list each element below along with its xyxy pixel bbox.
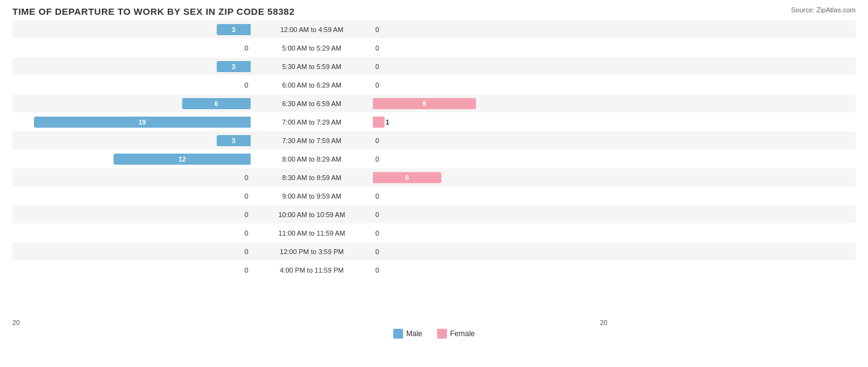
axis-left-label: 20	[12, 319, 249, 326]
female-bar-container: 0	[370, 150, 611, 168]
legend-male-label: Male	[406, 329, 422, 338]
chart-row: 128:00 AM to 8:29 AM0	[12, 150, 856, 168]
female-bar-container: 9	[370, 94, 611, 112]
male-bar: 3	[217, 24, 251, 35]
chart-row: 010:00 AM to 10:59 AM0	[12, 205, 856, 223]
male-bar-container: 12	[12, 150, 253, 168]
female-bar-container: 0	[370, 187, 611, 205]
female-zero-label: 0	[375, 81, 379, 89]
male-bar-container: 3	[12, 57, 253, 75]
female-bar-container: 0	[370, 261, 611, 279]
axis-row: 20 20	[12, 319, 856, 326]
female-zero-label: 0	[375, 137, 379, 144]
male-bar-container: 3	[12, 131, 253, 149]
chart-area: 312:00 AM to 4:59 AM005:00 AM to 5:29 AM…	[12, 20, 856, 316]
time-label: 12:00 PM to 3:59 PM	[253, 248, 370, 255]
female-bar-container: 0	[370, 76, 611, 94]
time-label: 5:00 AM to 5:29 AM	[253, 44, 370, 52]
female-bar-container: 0	[370, 224, 611, 242]
time-label: 7:00 AM to 7:29 AM	[253, 118, 370, 126]
male-zero-label: 0	[244, 229, 248, 237]
male-value-label: 19	[138, 118, 146, 126]
legend: Male Female	[12, 329, 856, 339]
legend-female-color	[437, 329, 447, 339]
male-bar-container: 0	[12, 76, 253, 94]
male-bar-container: 19	[12, 113, 253, 131]
time-label: 8:30 AM to 8:59 AM	[253, 174, 370, 181]
chart-row: 66:30 AM to 6:59 AM9	[12, 94, 856, 112]
chart-row: 35:30 AM to 5:59 AM0	[12, 57, 856, 75]
male-zero-label: 0	[244, 81, 248, 89]
male-bar-container: 0	[12, 224, 253, 242]
chart-row: 37:30 AM to 7:59 AM0	[12, 131, 856, 149]
male-bar: 19	[34, 117, 251, 128]
chart-row: 012:00 PM to 3:59 PM0	[12, 242, 856, 260]
female-value-label: 6	[405, 174, 409, 181]
chart-row: 05:00 AM to 5:29 AM0	[12, 39, 856, 57]
female-zero-label: 0	[375, 26, 379, 33]
male-value-label: 6	[214, 100, 218, 107]
time-label: 8:00 AM to 8:29 AM	[253, 155, 370, 163]
female-zero-label: 0	[375, 211, 379, 218]
male-zero-label: 0	[244, 174, 248, 181]
male-value-label: 3	[232, 26, 235, 33]
time-label: 10:00 AM to 10:59 AM	[253, 211, 370, 218]
chart-row: 09:00 AM to 9:59 AM0	[12, 187, 856, 205]
female-zero-label: 0	[375, 248, 379, 255]
male-zero-label: 0	[244, 211, 248, 218]
female-bar-container: 1	[370, 113, 611, 131]
female-bar-container: 0	[370, 57, 611, 75]
chart-row: 197:00 AM to 7:29 AM1	[12, 113, 856, 131]
male-bar-container: 0	[12, 39, 253, 57]
male-bar-container: 0	[12, 187, 253, 205]
female-zero-label: 0	[375, 229, 379, 237]
time-label: 6:00 AM to 6:29 AM	[253, 81, 370, 89]
female-bar-container: 6	[370, 168, 611, 186]
male-bar-container: 0	[12, 168, 253, 186]
female-bar: 9	[373, 98, 476, 109]
legend-male-color	[393, 329, 403, 339]
time-label: 9:00 AM to 9:59 AM	[253, 192, 370, 200]
male-zero-label: 0	[244, 192, 248, 200]
female-value-label: 1	[386, 118, 390, 126]
female-zero-label: 0	[375, 155, 379, 163]
male-zero-label: 0	[244, 266, 248, 274]
male-bar: 12	[114, 154, 251, 165]
male-bar-container: 0	[12, 261, 253, 279]
chart-row: 312:00 AM to 4:59 AM0	[12, 20, 856, 38]
chart-title: TIME OF DEPARTURE TO WORK BY SEX IN ZIP …	[12, 6, 856, 17]
chart-row: 08:30 AM to 8:59 AM6	[12, 168, 856, 186]
chart-row: 011:00 AM to 11:59 AM0	[12, 224, 856, 242]
male-bar-container: 0	[12, 205, 253, 223]
male-bar: 3	[217, 135, 251, 146]
male-value-label: 3	[232, 137, 235, 144]
female-bar-container: 0	[370, 242, 611, 260]
chart-container: TIME OF DEPARTURE TO WORK BY SEX IN ZIP …	[0, 0, 868, 367]
male-bar: 6	[182, 98, 251, 109]
legend-female: Female	[437, 329, 475, 339]
time-label: 7:30 AM to 7:59 AM	[253, 137, 370, 144]
time-label: 6:30 AM to 6:59 AM	[253, 100, 370, 107]
male-value-label: 3	[232, 63, 235, 70]
female-bar-container: 0	[370, 39, 611, 57]
female-zero-label: 0	[375, 63, 379, 70]
female-bar-container: 0	[370, 205, 611, 223]
legend-male: Male	[393, 329, 422, 339]
female-bar	[373, 117, 385, 128]
female-zero-label: 0	[375, 192, 379, 200]
time-label: 12:00 AM to 4:59 AM	[253, 26, 370, 33]
female-value-label: 9	[422, 100, 426, 107]
chart-row: 04:00 PM to 11:59 PM0	[12, 261, 856, 279]
male-value-label: 12	[178, 155, 186, 163]
time-label: 4:00 PM to 11:59 PM	[253, 266, 370, 274]
time-label: 11:00 AM to 11:59 AM	[253, 229, 370, 237]
time-label: 5:30 AM to 5:59 AM	[253, 63, 370, 70]
female-bar: 6	[373, 172, 441, 183]
female-bar-container: 0	[370, 131, 611, 149]
axis-right-label: 20	[373, 319, 607, 326]
chart-row: 06:00 AM to 6:29 AM0	[12, 76, 856, 94]
male-bar-container: 0	[12, 242, 253, 260]
male-zero-label: 0	[244, 248, 248, 255]
legend-female-label: Female	[450, 329, 475, 338]
female-bar-container: 0	[370, 20, 611, 38]
